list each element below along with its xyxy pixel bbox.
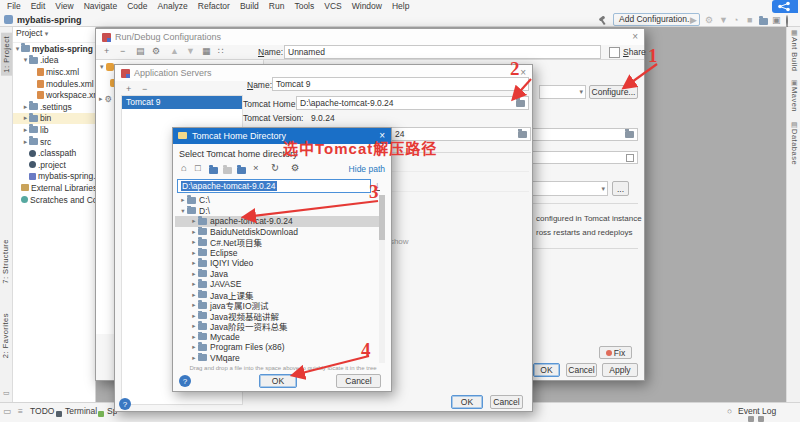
project-tree-row[interactable]: .classpath	[13, 147, 95, 159]
chevron-right-icon[interactable]: ▸	[190, 322, 198, 330]
status-mini-icon[interactable]	[758, 416, 764, 422]
status-todo[interactable]: TODO	[30, 406, 54, 416]
rd-app-server-combo[interactable]: ▾	[539, 85, 586, 99]
project-tree-row[interactable]: ▾mybatis-spring	[13, 43, 95, 55]
project-tree-row[interactable]: misc.xml	[13, 66, 95, 78]
as-home-input[interactable]: D:\apache-tomcat-9.0.24	[296, 96, 529, 110]
tool-window-icon[interactable]: ▭	[3, 389, 10, 397]
tool-tab-favorites[interactable]: 2: Favorites	[1, 313, 10, 358]
chevron-down-icon[interactable]: ▾	[22, 56, 29, 64]
scrollbar-thumb[interactable]	[379, 195, 385, 240]
scrollbar[interactable]	[379, 195, 385, 363]
add-server-icon[interactable]: +	[126, 84, 131, 94]
settings-icon[interactable]: ⚙	[152, 46, 160, 56]
project-tree-row[interactable]: mybatis-spring.iml	[13, 171, 95, 183]
menu-vcs[interactable]: VCS	[319, 0, 346, 13]
status-terminal[interactable]: Terminal	[65, 406, 97, 416]
as-cancel-button[interactable]: Cancel	[490, 395, 523, 409]
menu-refactor[interactable]: Refactor	[193, 0, 235, 13]
menu-window[interactable]: Window	[347, 0, 387, 13]
new-folder-icon[interactable]	[209, 165, 218, 176]
rd-cancel-button[interactable]: Cancel	[566, 363, 597, 377]
chevron-right-icon[interactable]: ▸	[179, 196, 187, 204]
chooser-tree-row[interactable]: ▸C:\	[175, 195, 379, 206]
menu-file[interactable]: File	[2, 0, 26, 13]
chooser-tree-row[interactable]: ▸IQIYI Video	[175, 258, 379, 269]
chooser-cancel-button[interactable]: Cancel	[336, 374, 381, 388]
delete-icon[interactable]: ×	[253, 162, 259, 173]
project-panel-header[interactable]: Project ▾	[13, 27, 95, 43]
project-tree-row[interactable]: ▸bin	[13, 113, 95, 125]
menu-help[interactable]: Help	[387, 0, 414, 13]
chevron-right-icon[interactable]: ▸	[190, 312, 198, 320]
rd-ok-button[interactable]: OK	[533, 363, 560, 377]
chooser-tree-row[interactable]: ▸Mycade	[175, 332, 379, 343]
project-tree-row[interactable]: Scratches and Consoles	[13, 194, 95, 206]
chooser-tree-row[interactable]: ▸JAVASE	[175, 279, 379, 290]
server-list-item-selected[interactable]: Tomcat 9	[122, 96, 242, 109]
tool-tab-ant-build[interactable]: Ant Build	[790, 37, 799, 72]
chevron-right-icon[interactable]: ▸	[190, 270, 198, 278]
expand-collapse-icon[interactable]: ∷	[218, 46, 224, 56]
as-ok-button[interactable]: OK	[451, 395, 483, 409]
chooser-tree-row[interactable]: ▸VMqare	[175, 353, 379, 364]
chevron-down-icon[interactable]: ▾	[179, 207, 187, 215]
status-menu-icon[interactable]: ≡	[18, 406, 23, 416]
fix-button[interactable]: Fix	[599, 346, 632, 359]
move-up-icon[interactable]: ▲	[170, 46, 179, 56]
project-tree-row[interactable]: External Libraries	[13, 182, 95, 194]
project-tree-row[interactable]: .project	[13, 159, 95, 171]
chevron-right-icon[interactable]: ▸	[22, 114, 29, 122]
help-icon[interactable]: ?	[119, 398, 131, 410]
chevron-right-icon[interactable]: ▸	[99, 95, 103, 103]
menu-tools[interactable]: Tools	[289, 0, 319, 13]
chooser-tree-row[interactable]: ▸java专属IO测试	[175, 300, 379, 311]
chooser-tree-row[interactable]: ▸Java	[175, 269, 379, 280]
tool-tab-maven[interactable]: Maven	[790, 87, 799, 112]
chooser-tree-row[interactable]: ▸Java阶段一资料总集	[175, 321, 379, 332]
sort-icon[interactable]: ▦	[202, 46, 211, 56]
chevron-right-icon[interactable]: ▸	[190, 343, 198, 351]
tool-tab-structure[interactable]: 7: Structure	[1, 239, 10, 284]
search-everywhere-icon[interactable]	[786, 16, 788, 26]
status-mini-icon[interactable]	[748, 416, 754, 422]
help-icon[interactable]: ?	[179, 375, 191, 387]
chooser-path-input[interactable]: D:\apache-tomcat-9.0.24	[177, 179, 371, 193]
chooser-tree-row[interactable]: ▸Eclipse	[175, 248, 379, 259]
add-icon[interactable]: +	[104, 46, 109, 56]
chooser-ok-button[interactable]: OK	[259, 374, 297, 388]
chevron-right-icon[interactable]: ▸	[190, 259, 198, 267]
chevron-right-icon[interactable]: ▸	[190, 249, 198, 257]
add-configuration-button[interactable]: Add Configuration...	[613, 13, 700, 26]
browse-folder-icon[interactable]	[516, 100, 525, 107]
module-folder-icon[interactable]	[237, 165, 246, 176]
refresh-icon[interactable]: ↻	[271, 162, 279, 173]
chooser-tree-row[interactable]: ▾D:\	[175, 206, 379, 217]
rd-apply-button[interactable]: Apply	[602, 363, 638, 377]
close-icon[interactable]: ×	[632, 31, 638, 42]
chevron-right-icon[interactable]: ▸	[190, 280, 198, 288]
build-hammer-icon[interactable]	[598, 16, 608, 25]
project-tree-row[interactable]: ▾.idea	[13, 55, 95, 67]
status-corner-icon[interactable]: ▭	[3, 406, 11, 416]
menu-edit[interactable]: Edit	[26, 0, 51, 13]
chevron-right-icon[interactable]: ▸	[190, 301, 198, 309]
configure-button[interactable]: Configure...	[589, 85, 638, 99]
chevron-down-icon[interactable]: ▾	[100, 63, 104, 71]
project-tree-row[interactable]: ▸src	[13, 136, 95, 148]
copy-icon[interactable]: ▤	[136, 46, 145, 56]
chevron-right-icon[interactable]: ▸	[22, 126, 29, 134]
chooser-tree-row[interactable]: ▸Java上课集	[175, 290, 379, 301]
share-checkbox[interactable]	[609, 47, 620, 58]
tool-tab-database[interactable]: Database	[790, 129, 799, 165]
menu-analyze[interactable]: Analyze	[153, 0, 193, 13]
project-tree-row[interactable]: workspace.xml	[13, 89, 95, 101]
chevron-right-icon[interactable]: ▸	[190, 238, 198, 246]
chooser-tree-row[interactable]: ▸apache-tomcat-9.0.24	[175, 216, 379, 227]
chooser-tree-row[interactable]: ▸Java视频基础讲解	[175, 311, 379, 322]
browse-folder-icon[interactable]	[518, 131, 527, 138]
move-down-icon[interactable]: ▼	[186, 46, 195, 56]
desktop-icon[interactable]: □	[195, 162, 201, 173]
expand-icon[interactable]	[626, 154, 634, 162]
chooser-tree-row[interactable]: ▸BaiduNetdiskDownload	[175, 227, 379, 238]
